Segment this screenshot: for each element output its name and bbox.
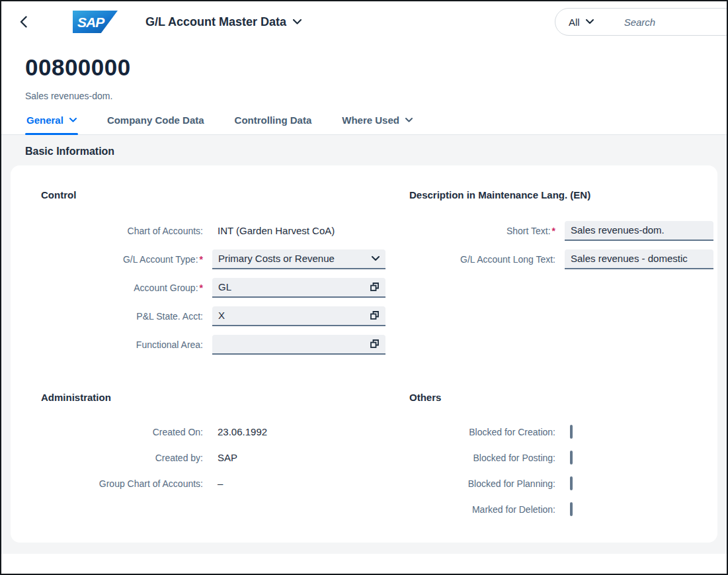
field-row-pl-state-acct: P&L State. Acct: X <box>41 302 409 330</box>
chevron-down-icon <box>405 118 413 122</box>
gl-account-type-select[interactable]: Primary Costs or Revenue <box>212 249 385 269</box>
field-row-short-text: Short Text:* Sales revenues-dom. <box>409 216 713 245</box>
search-input[interactable]: Search <box>624 17 656 28</box>
app-title-menu[interactable]: G/L Account Master Data <box>145 15 302 29</box>
tab-general[interactable]: General <box>26 114 77 134</box>
input-value: Sales revenues-dom. <box>571 224 665 236</box>
created-on-value: 23.06.1992 <box>212 426 385 437</box>
field-label: Account Group:* <box>41 283 203 293</box>
group-control: Control Chart of Accounts: INT (Garden H… <box>41 189 409 359</box>
field-label: G/L Account Long Text: <box>409 254 555 265</box>
chevron-down-icon <box>293 19 302 24</box>
page-subtitle: Sales revenues-dom. <box>25 91 703 101</box>
field-label: Group Chart of Accounts: <box>41 478 203 489</box>
group-title: Administration <box>41 392 409 403</box>
field-label: Created by: <box>41 453 203 463</box>
field-label: Blocked for Posting: <box>409 453 555 463</box>
sap-logo-text: SAP <box>73 15 104 29</box>
back-chevron-icon <box>20 16 27 28</box>
chevron-down-icon <box>372 256 380 261</box>
field-row-functional-area: Functional Area: <box>41 330 409 359</box>
back-button[interactable] <box>11 9 36 34</box>
group-title: Control <box>41 189 409 200</box>
tab-label: Controlling Data <box>235 114 312 126</box>
group-description: Description in Maintenance Lang. (EN) Sh… <box>409 189 713 359</box>
long-text-input[interactable]: Sales revenues - domestic <box>565 249 713 269</box>
search-scope-select[interactable]: All <box>569 17 594 28</box>
field-row-long-text: G/L Account Long Text: Sales revenues - … <box>409 245 713 273</box>
pl-state-acct-input[interactable]: X <box>212 306 385 326</box>
select-value: Primary Costs or Revenue <box>218 253 335 264</box>
group-title: Description in Maintenance Lang. (EN) <box>409 189 713 200</box>
short-text-input[interactable]: Sales revenues-dom. <box>565 221 713 241</box>
field-row-gl-account-type: G/L Account Type:* Primary Costs or Reve… <box>41 245 409 273</box>
tab-company-code-data[interactable]: Company Code Data <box>107 114 204 134</box>
chevron-down-icon <box>586 19 594 24</box>
value-help-icon <box>370 339 380 349</box>
required-marker: * <box>200 254 203 265</box>
functional-area-input[interactable] <box>212 335 385 355</box>
field-row-blocked-for-creation: Blocked for Creation: <box>409 419 713 445</box>
group-title: Others <box>409 392 713 403</box>
value-help-icon <box>370 282 380 292</box>
tab-label: Where Used <box>342 114 399 126</box>
field-label: Functional Area: <box>41 339 203 350</box>
input-value: Sales revenues - domestic <box>571 253 688 264</box>
field-row-chart-of-accounts: Chart of Accounts: INT (Garden Harvest C… <box>41 216 409 245</box>
group-chart-of-accounts-value: – <box>212 478 385 489</box>
chart-of-accounts-value: INT (Garden Harvest CoA) <box>212 225 385 236</box>
field-row-blocked-for-planning: Blocked for Planning: <box>409 470 713 496</box>
field-label: G/L Account Type:* <box>41 254 203 265</box>
field-label: P&L State. Acct: <box>41 311 203 322</box>
tab-controlling-data[interactable]: Controlling Data <box>235 114 312 134</box>
required-marker: * <box>552 226 555 236</box>
field-row-created-by: Created by: SAP <box>41 445 409 470</box>
field-label: Created On: <box>41 427 203 437</box>
account-group-input[interactable]: GL <box>212 278 385 298</box>
object-header: 00800000 Sales revenues-dom. <box>1 42 727 101</box>
blocked-for-planning-checkbox[interactable] <box>570 476 573 490</box>
search-scope-label: All <box>569 17 580 28</box>
app-title: G/L Account Master Data <box>145 15 286 29</box>
field-label: Marked for Deletion: <box>409 504 555 515</box>
blocked-for-creation-checkbox[interactable] <box>570 425 573 439</box>
blocked-for-posting-checkbox[interactable] <box>570 451 573 464</box>
required-marker: * <box>200 283 203 293</box>
sap-logo: SAP <box>73 11 118 33</box>
shell-header: SAP G/L Account Master Data All Search <box>1 1 727 42</box>
content-area: Basic Information Control Chart of Accou… <box>1 135 727 554</box>
field-row-blocked-for-posting: Blocked for Posting: <box>409 445 713 470</box>
field-row-marked-for-deletion: Marked for Deletion: <box>409 496 713 522</box>
page-title: 00800000 <box>25 54 703 81</box>
tab-where-used[interactable]: Where Used <box>342 114 413 134</box>
group-others: Others Blocked for Creation: Blocked for… <box>409 392 713 522</box>
field-row-group-chart-of-accounts: Group Chart of Accounts: – <box>41 470 409 496</box>
chevron-down-icon <box>69 118 77 122</box>
value-help-icon <box>370 310 380 320</box>
field-label: Blocked for Creation: <box>409 427 555 437</box>
value-help-button[interactable] <box>370 282 380 292</box>
value-help-button[interactable] <box>370 310 380 320</box>
field-label: Blocked for Planning: <box>409 478 555 489</box>
field-row-created-on: Created On: 23.06.1992 <box>41 419 409 445</box>
field-row-account-group: Account Group:* GL <box>41 273 409 302</box>
field-label: Short Text:* <box>409 226 555 236</box>
search-bar[interactable]: All Search <box>555 8 727 36</box>
field-label: Chart of Accounts: <box>41 226 203 236</box>
created-by-value: SAP <box>212 452 385 463</box>
group-administration: Administration Created On: 23.06.1992 Cr… <box>41 392 409 522</box>
tab-label: Company Code Data <box>107 114 204 126</box>
value-help-button[interactable] <box>370 339 380 349</box>
input-value: GL <box>218 281 231 292</box>
tab-bar: General Company Code Data Controlling Da… <box>1 114 727 135</box>
marked-for-deletion-checkbox[interactable] <box>570 502 573 516</box>
tab-label: General <box>26 114 63 126</box>
input-value: X <box>218 310 225 321</box>
basic-information-card: Control Chart of Accounts: INT (Garden H… <box>11 165 717 543</box>
section-title: Basic Information <box>25 146 727 157</box>
